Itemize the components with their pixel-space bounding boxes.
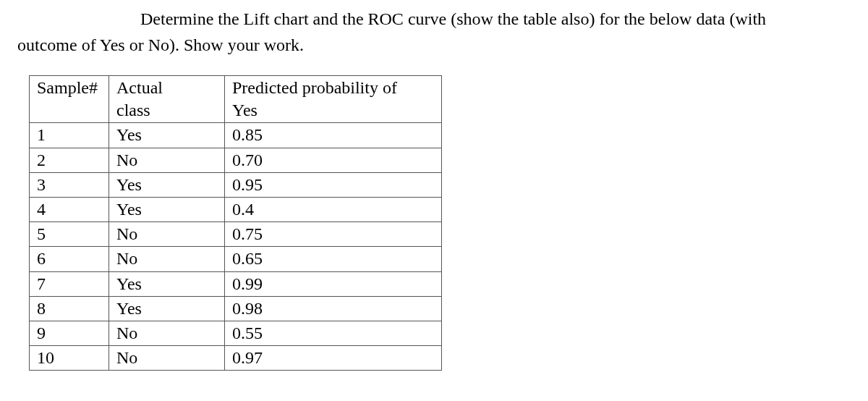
header-prob-text-2: Yes — [232, 101, 258, 119]
cell-prob: 0.98 — [225, 296, 442, 321]
header-prob: Predicted probability of Yes — [225, 76, 442, 123]
header-actual-text-1: Actual — [116, 78, 163, 97]
cell-actual: Yes — [109, 197, 225, 221]
cell-actual: No — [109, 346, 225, 371]
prompt-line-1: Determine the Lift chart and the ROC cur… — [17, 6, 851, 32]
table-row: 1 Yes 0.85 — [30, 123, 442, 148]
cell-actual: Yes — [109, 172, 225, 197]
table-row: 4 Yes 0.4 — [30, 197, 442, 221]
table-row: 9 No 0.55 — [30, 321, 442, 345]
table-header-row: Sample# Actual class Predicted probabili… — [30, 76, 442, 123]
header-sample-text: Sample# — [37, 78, 98, 97]
cell-sample: 9 — [30, 321, 109, 345]
cell-prob: 0.99 — [225, 271, 442, 296]
cell-sample: 2 — [30, 148, 109, 172]
cell-sample: 3 — [30, 172, 109, 197]
table-row: 5 No 0.75 — [30, 222, 442, 247]
cell-actual: No — [109, 148, 225, 172]
header-actual-text-2: class — [116, 101, 150, 119]
data-table: Sample# Actual class Predicted probabili… — [29, 75, 442, 371]
table-row: 3 Yes 0.95 — [30, 172, 442, 197]
cell-actual: No — [109, 247, 225, 271]
question-prompt: Determine the Lift chart and the ROC cur… — [17, 6, 851, 58]
cell-prob: 0.65 — [225, 247, 442, 271]
table-row: 7 Yes 0.99 — [30, 271, 442, 296]
cell-sample: 7 — [30, 271, 109, 296]
cell-actual: No — [109, 321, 225, 345]
cell-prob: 0.4 — [225, 197, 442, 221]
cell-prob: 0.97 — [225, 346, 442, 371]
cell-sample: 6 — [30, 247, 109, 271]
table-row: 8 Yes 0.98 — [30, 296, 442, 321]
cell-sample: 10 — [30, 346, 109, 371]
cell-prob: 0.70 — [225, 148, 442, 172]
cell-sample: 1 — [30, 123, 109, 148]
cell-sample: 5 — [30, 222, 109, 247]
cell-prob: 0.75 — [225, 222, 442, 247]
header-actual: Actual class — [109, 76, 225, 123]
table-row: 10 No 0.97 — [30, 346, 442, 371]
table-row: 2 No 0.70 — [30, 148, 442, 172]
table-row: 6 No 0.65 — [30, 247, 442, 271]
cell-prob: 0.85 — [225, 123, 442, 148]
document-page: Determine the Lift chart and the ROC cur… — [0, 0, 868, 371]
header-prob-text-1: Predicted probability of — [232, 78, 397, 97]
cell-actual: No — [109, 222, 225, 247]
cell-actual: Yes — [109, 271, 225, 296]
cell-prob: 0.95 — [225, 172, 442, 197]
cell-sample: 4 — [30, 197, 109, 221]
header-sample: Sample# — [30, 76, 109, 123]
cell-sample: 8 — [30, 296, 109, 321]
cell-prob: 0.55 — [225, 321, 442, 345]
prompt-line-2: outcome of Yes or No). Show your work. — [17, 32, 851, 58]
cell-actual: Yes — [109, 123, 225, 148]
cell-actual: Yes — [109, 296, 225, 321]
